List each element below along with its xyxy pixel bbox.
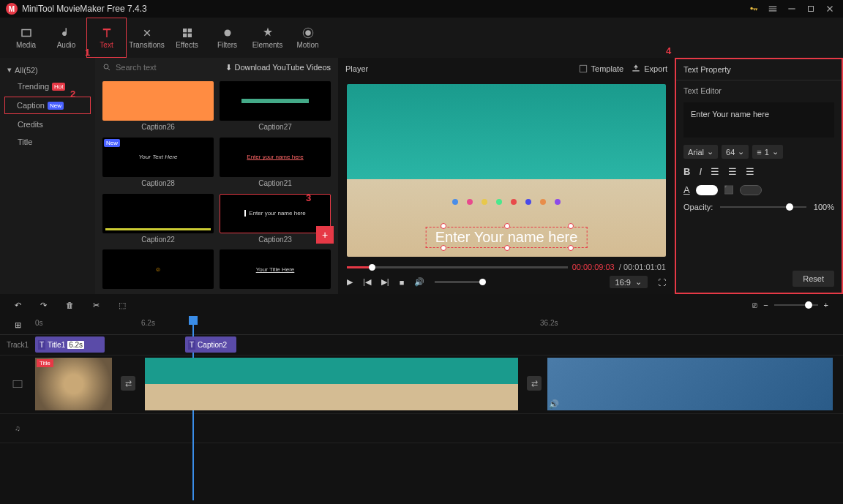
add-track-icon[interactable]: ⊞ bbox=[0, 316, 35, 334]
sidebar-credits[interactable]: Credits bbox=[0, 116, 95, 133]
reset-button[interactable]: Reset bbox=[793, 271, 834, 287]
speaker-icon: 🔊 bbox=[549, 399, 559, 409]
size-select[interactable]: 64 ⌄ bbox=[722, 145, 749, 159]
prev-icon[interactable]: |◀ bbox=[363, 277, 371, 287]
opacity-label: Opacity: bbox=[683, 203, 713, 211]
add-button[interactable]: + bbox=[316, 226, 334, 244]
toolbar-transitions[interactable]: Transitions bbox=[127, 18, 167, 58]
svg-point-0 bbox=[224, 30, 231, 37]
clip-title1[interactable]: TTitle16.2s bbox=[35, 336, 105, 353]
align-right-icon[interactable]: ☰ bbox=[746, 166, 754, 177]
video-clip-3[interactable]: 🔊 bbox=[547, 358, 833, 410]
play-icon[interactable]: ▶ bbox=[347, 277, 353, 287]
sidebar-caption[interactable]: CaptionNew bbox=[4, 97, 91, 114]
menu-icon[interactable] bbox=[765, 1, 780, 16]
property-panel: Text Property Text Editor Enter Your nam… bbox=[675, 58, 843, 294]
thumb-extra2[interactable]: Your Title Here bbox=[220, 249, 331, 290]
sidebar-all[interactable]: ▾ All(52) bbox=[0, 62, 95, 78]
font-select[interactable]: Arial ⌄ bbox=[683, 145, 718, 159]
zoom-out-icon[interactable]: − bbox=[763, 301, 768, 309]
sync-icon-2[interactable]: ⇄ bbox=[527, 376, 542, 391]
italic-button[interactable]: I bbox=[699, 166, 702, 177]
editor-label: Text Editor bbox=[683, 86, 834, 95]
sidebar-title[interactable]: Title bbox=[0, 133, 95, 151]
text-gallery: ⬇ Download YouTube Videos Caption26 Capt… bbox=[95, 58, 338, 294]
delete-icon[interactable]: 🗑 bbox=[66, 301, 74, 309]
marker-3: 3 bbox=[306, 192, 311, 203]
thumb-caption22[interactable]: Caption22 bbox=[102, 194, 214, 244]
align-left-icon[interactable]: ☰ bbox=[711, 166, 719, 177]
player-panel: Player Template Export Enter Your name h… bbox=[338, 58, 675, 294]
volume-slider[interactable] bbox=[435, 281, 486, 283]
minimize-icon[interactable] bbox=[784, 1, 799, 16]
text-editor[interactable]: Enter Your name here bbox=[683, 102, 834, 138]
align-center-icon[interactable]: ☰ bbox=[728, 166, 737, 177]
search-input[interactable] bbox=[116, 63, 221, 72]
toolbar-text[interactable]: Text bbox=[86, 18, 127, 58]
timeline: ↶ ↷ 🗑 ✂ ⬚ ⎚ − + ⊞ 0s 6.2s 36.2s Track1 T… bbox=[0, 294, 843, 504]
bg-toggle[interactable] bbox=[740, 185, 762, 195]
thumb-caption27[interactable]: Caption27 bbox=[220, 81, 331, 132]
music-track-icon: ♫ bbox=[15, 424, 20, 432]
stop-icon[interactable]: ■ bbox=[400, 278, 405, 287]
close-icon[interactable] bbox=[823, 1, 837, 16]
progress-bar[interactable] bbox=[347, 266, 568, 268]
opacity-value: 100% bbox=[814, 203, 834, 211]
marker-1: 1 bbox=[85, 47, 90, 58]
zoom-in-icon[interactable]: + bbox=[824, 301, 828, 309]
key-icon[interactable] bbox=[746, 1, 761, 16]
video-clip-2[interactable] bbox=[145, 358, 518, 410]
svg-rect-4 bbox=[13, 380, 22, 387]
text-color-icon[interactable]: A bbox=[683, 184, 690, 195]
svg-point-1 bbox=[305, 30, 311, 36]
clip-caption23[interactable]: TCaption2 bbox=[185, 336, 236, 353]
marker-4: 4 bbox=[666, 45, 671, 56]
category-sidebar: ▾ All(52) TrendingHot CaptionNew Credits… bbox=[0, 58, 95, 294]
crop-icon[interactable]: ⬚ bbox=[119, 301, 126, 310]
color-swatch[interactable] bbox=[696, 185, 718, 195]
sidebar-trending[interactable]: TrendingHot bbox=[0, 78, 95, 95]
titlebar: M MiniTool MovieMaker Free 7.4.3 bbox=[0, 0, 843, 18]
maximize-icon[interactable] bbox=[803, 1, 818, 16]
search-icon bbox=[102, 63, 111, 72]
bold-button[interactable]: B bbox=[683, 166, 690, 177]
cut-icon[interactable]: ✂ bbox=[93, 301, 100, 310]
thumb-extra1[interactable]: ☺ bbox=[102, 249, 214, 290]
toolbar-effects[interactable]: Effects bbox=[167, 18, 207, 58]
template-button[interactable]: Template bbox=[578, 64, 624, 74]
sync-icon[interactable]: ⇄ bbox=[121, 376, 135, 391]
undo-icon[interactable]: ↶ bbox=[15, 301, 21, 310]
toolbar-motion[interactable]: Motion bbox=[288, 18, 328, 58]
time-current: 00:00:09:03 bbox=[572, 263, 615, 271]
redo-icon[interactable]: ↷ bbox=[40, 301, 47, 310]
thumb-caption21[interactable]: Enter your name hereCaption21 bbox=[220, 138, 331, 188]
thumb-caption28[interactable]: NewYour Text HereCaption28 bbox=[102, 138, 214, 188]
track1-label: Track1 bbox=[0, 341, 35, 349]
volume-icon[interactable]: 🔊 bbox=[414, 277, 424, 287]
toolbar-media[interactable]: Media bbox=[6, 18, 46, 58]
export-button[interactable]: Export bbox=[631, 64, 667, 74]
thumb-caption26[interactable]: Caption26 bbox=[102, 81, 214, 132]
hot-badge: Hot bbox=[52, 83, 65, 91]
next-icon[interactable]: ▶| bbox=[381, 277, 389, 287]
opacity-slider[interactable] bbox=[720, 206, 806, 208]
toolbar-audio[interactable]: Audio bbox=[46, 18, 86, 58]
preview-area[interactable]: Enter Your name here bbox=[347, 84, 666, 257]
playhead[interactable] bbox=[189, 316, 198, 325]
aspect-select[interactable]: 16:9 ⌄ bbox=[610, 276, 648, 288]
fit-icon[interactable]: ⎚ bbox=[752, 301, 757, 309]
bg-label-icon: ⬛ bbox=[724, 185, 734, 195]
video-clip-1[interactable]: Title bbox=[35, 358, 112, 410]
marker-2: 2 bbox=[70, 89, 75, 99]
main-toolbar: Media Audio Text Transitions Effects Fil… bbox=[0, 18, 843, 58]
download-link[interactable]: ⬇ Download YouTube Videos bbox=[225, 63, 331, 72]
zoom-slider[interactable] bbox=[774, 304, 818, 306]
app-title: MiniTool MovieMaker Free 7.4.3 bbox=[22, 4, 742, 14]
toolbar-filters[interactable]: Filters bbox=[207, 18, 247, 58]
thumb-caption23[interactable]: Enter your name here + Caption23 bbox=[220, 194, 331, 244]
new-badge: New bbox=[48, 102, 64, 110]
line-select[interactable]: ≡ 1 ⌄ bbox=[752, 145, 783, 159]
toolbar-elements[interactable]: Elements bbox=[247, 18, 288, 58]
ruler[interactable]: 0s 6.2s 36.2s bbox=[35, 316, 843, 334]
fullscreen-icon[interactable]: ⛶ bbox=[658, 278, 666, 287]
